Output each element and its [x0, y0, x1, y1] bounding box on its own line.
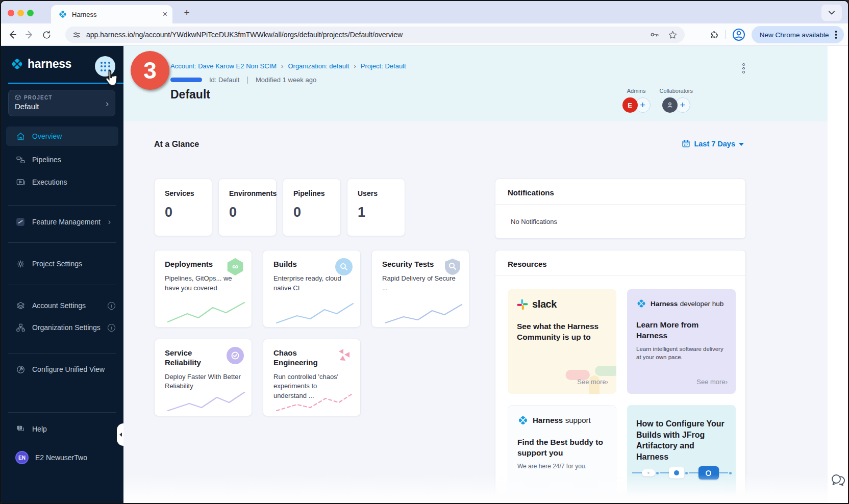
slack-headline: See what the Harness Community is up to: [517, 321, 607, 343]
tab-close-icon[interactable]: ×: [163, 10, 167, 18]
caret-down-icon: [739, 143, 744, 146]
stat-value: 0: [293, 205, 330, 220]
developer-hub-resource-card[interactable]: Harness developer hub Learn More from Ha…: [627, 289, 736, 394]
module-card-builds[interactable]: Builds Enterprise ready, cloud native CI: [263, 250, 361, 327]
sidebar-item-organization-settings[interactable]: Organization Settings i: [1, 318, 123, 337]
sidebar-item-overview[interactable]: Overview: [6, 127, 118, 146]
breadcrumb-org-link[interactable]: Organization: default: [288, 62, 349, 70]
update-chrome-button[interactable]: New Chrome available: [752, 26, 844, 43]
sidebar-item-project-settings[interactable]: Project Settings: [1, 255, 123, 273]
module-title: Builds: [273, 260, 332, 269]
harness-wordmark: harness: [28, 57, 71, 71]
stat-card-users[interactable]: Users 1: [347, 179, 405, 236]
admin-avatar[interactable]: E: [622, 97, 638, 113]
module-card-service-reliability[interactable]: Service Reliability Deploy Faster With B…: [154, 339, 252, 416]
resources-panel: Resources slack See what the Harness Com…: [495, 250, 746, 503]
module-title: Chaos Engineering: [273, 348, 332, 368]
project-selector[interactable]: PROJECT Default ›: [8, 90, 115, 116]
module-card-security-tests[interactable]: Security Tests Rapid Delivery of Secure …: [371, 250, 469, 327]
browser-toolbar: app.harness.io/ng/account/YWdkwNPiTceDUK…: [1, 23, 848, 46]
site-settings-icon[interactable]: [72, 31, 81, 39]
sidebar-collapse-handle[interactable]: [117, 423, 123, 446]
url-bar[interactable]: app.harness.io/ng/account/YWdkwNPiTceDUK…: [65, 27, 685, 43]
support-brand-rest: support: [565, 416, 591, 424]
sidebar-item-feature-management[interactable]: Feature Management ›: [1, 213, 123, 231]
reload-icon[interactable]: [42, 30, 52, 40]
breadcrumb-separator: ›: [354, 62, 356, 70]
page-title: Default: [170, 88, 210, 102]
stat-label: Services: [165, 189, 202, 197]
main-content: Account: Dave Karow E2 Non SCIM › Organi…: [123, 46, 848, 503]
zoom-window-button[interactable]: [27, 10, 34, 16]
date-range-label: Last 7 Days: [694, 140, 735, 148]
modified-text: Modified 1 week ago: [256, 76, 316, 84]
meta-separator: |: [246, 75, 248, 84]
breadcrumb-project-link[interactable]: Project: Default: [361, 62, 406, 70]
project-label: PROJECT: [24, 95, 53, 100]
layers-icon: [15, 300, 26, 311]
slack-see-more-link[interactable]: See more›: [577, 378, 608, 386]
chat-bubbles-icon[interactable]: [830, 472, 845, 488]
support-resource-card[interactable]: Harness support Find the Best buddy to s…: [508, 405, 616, 503]
info-icon[interactable]: i: [108, 324, 115, 332]
new-tab-button[interactable]: +: [181, 7, 193, 18]
breadcrumb-account-link[interactable]: Account: Dave Karow E2 Non SCIM: [170, 62, 277, 70]
chevron-down-icon: [829, 11, 835, 15]
stat-card-environments[interactable]: Environments 0: [218, 179, 277, 236]
browser-tab[interactable]: Harness ×: [51, 5, 172, 23]
support-subtext: We are here 24/7 for you.: [517, 462, 607, 471]
project-color-bar: [170, 78, 202, 82]
sidebar-item-configure-unified-view[interactable]: Configure Unified View: [1, 360, 123, 379]
forward-icon[interactable]: [24, 30, 35, 40]
harness-logo[interactable]: harness: [10, 57, 71, 71]
toolbar-separator: [726, 30, 726, 39]
back-icon[interactable]: [7, 30, 17, 40]
executions-icon: [15, 177, 26, 187]
support-brand-bold: Harness: [533, 416, 563, 424]
svg-text:?: ?: [18, 425, 20, 429]
sidebar-item-executions[interactable]: Executions: [1, 173, 123, 191]
traffic-lights: [8, 10, 34, 16]
stat-card-services[interactable]: Services 0: [154, 179, 212, 236]
minimize-window-button[interactable]: [17, 10, 24, 16]
sidebar-item-label: Configure Unified View: [32, 365, 105, 373]
chrome-menu-icon[interactable]: [833, 31, 839, 39]
hub-see-more-link[interactable]: See more›: [696, 378, 728, 386]
jfrog-headline: How to Configure Your Builds with JFrog …: [636, 418, 727, 462]
jfrog-resource-card[interactable]: How to Configure Your Builds with JFrog …: [627, 405, 736, 503]
password-key-icon[interactable]: [650, 30, 660, 40]
sidebar-item-help[interactable]: ? Help: [1, 420, 123, 438]
sidebar-item-label: Overview: [32, 132, 62, 140]
info-icon[interactable]: i: [108, 302, 115, 310]
close-window-button[interactable]: [8, 10, 14, 16]
sidebar-item-label: Help: [32, 425, 47, 433]
module-card-chaos-engineering[interactable]: Chaos Engineering Run controlled 'chaos'…: [263, 339, 361, 416]
harness-logo-icon: [10, 57, 24, 71]
sidebar-item-account-settings[interactable]: Account Settings i: [1, 296, 123, 315]
stat-label: Pipelines: [293, 189, 330, 197]
module-card-deployments[interactable]: Deployments Pipelines, GitOps... we have…: [154, 250, 252, 327]
stat-card-pipelines[interactable]: Pipelines 0: [283, 179, 341, 236]
tab-strip: Harness × +: [1, 1, 848, 23]
sidebar-item-label: Project Settings: [32, 260, 82, 268]
user-menu[interactable]: EN E2 NewuserTwo: [1, 448, 123, 467]
at-a-glance-title: At a Glance: [154, 140, 199, 149]
project-options-menu[interactable]: [740, 61, 747, 75]
slack-resource-card[interactable]: slack See what the Harness Community is …: [508, 289, 616, 394]
user-avatar: EN: [15, 451, 29, 464]
collaborator-avatar[interactable]: [662, 97, 678, 113]
profile-icon[interactable]: [732, 28, 745, 41]
extensions-icon[interactable]: [709, 30, 719, 40]
service-reliability-icon: [226, 346, 244, 365]
tab-search-button[interactable]: [821, 5, 842, 21]
sidebar-item-pipelines[interactable]: Pipelines: [1, 150, 123, 169]
stat-value: 1: [358, 205, 394, 220]
builds-sparkline: [274, 298, 356, 325]
bookmark-star-icon[interactable]: [668, 30, 678, 40]
module-title: Security Tests: [382, 260, 441, 269]
date-range-picker[interactable]: Last 7 Days: [682, 139, 744, 148]
breadcrumb: Account: Dave Karow E2 Non SCIM › Organi…: [170, 62, 406, 70]
user-name: E2 NewuserTwo: [35, 453, 87, 462]
project-chevron-icon: ›: [106, 98, 109, 109]
support-headline: Find the Best buddy to support you: [517, 437, 607, 459]
